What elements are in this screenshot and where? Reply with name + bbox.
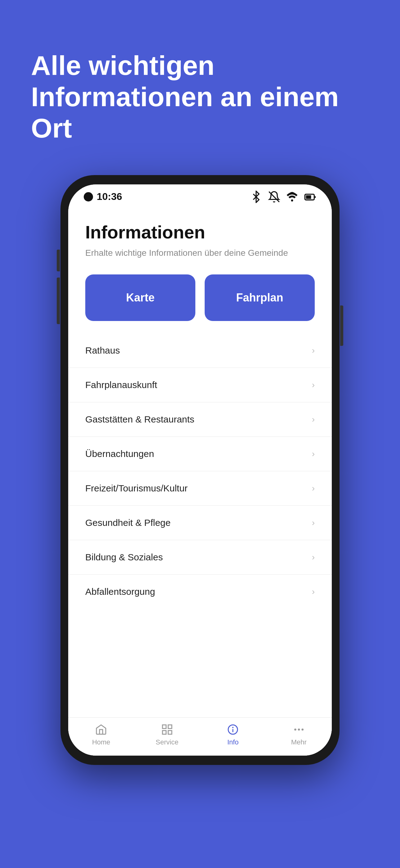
menu-item-bildung[interactable]: Bildung & Soziales › [68, 540, 332, 575]
menu-item-gesundheit[interactable]: Gesundheit & Pflege › [68, 506, 332, 540]
nav-item-info[interactable]: Info [200, 723, 266, 746]
nav-label-service: Service [156, 738, 178, 746]
chevron-icon: › [312, 414, 315, 424]
bottom-nav: Home Service [68, 717, 332, 755]
svg-rect-4 [163, 725, 166, 728]
menu-item-fahrplanauskunft[interactable]: Fahrplanauskunft › [68, 368, 332, 402]
more-icon [293, 723, 305, 736]
battery-icon [304, 191, 316, 203]
svg-rect-3 [306, 195, 311, 199]
home-icon [95, 723, 107, 736]
app-content: Informationen Erhalte wichtige Informati… [68, 206, 332, 755]
menu-list: Rathaus › Fahrplanauskunft › Gaststätten… [68, 330, 332, 717]
nav-label-info: Info [227, 738, 239, 746]
nav-item-service[interactable]: Service [134, 723, 200, 746]
chevron-icon: › [312, 449, 315, 459]
svg-point-1 [291, 199, 293, 202]
app-title: Informationen [85, 222, 315, 243]
grid-icon [161, 723, 173, 736]
status-time: 10:36 [97, 191, 122, 203]
phone-mockup: 10:36 [61, 175, 339, 765]
chevron-icon: › [312, 518, 315, 528]
menu-item-gaststätten[interactable]: Gaststätten & Restaurants › [68, 402, 332, 437]
chevron-icon: › [312, 483, 315, 493]
status-icons [250, 191, 316, 203]
svg-rect-6 [163, 731, 166, 734]
status-bar: 10:36 [68, 184, 332, 206]
menu-item-übernachtungen[interactable]: Übernachtungen › [68, 437, 332, 471]
bluetooth-icon [250, 191, 262, 203]
wifi-icon [286, 191, 298, 203]
menu-item-freizeit[interactable]: Freizeit/Tourismus/Kultur › [68, 471, 332, 506]
svg-point-12 [298, 728, 300, 731]
hero-section: Alle wichtigen Informationen an einem Or… [0, 0, 400, 163]
chevron-icon: › [312, 587, 315, 597]
phone-shell: 10:36 [61, 175, 339, 765]
app-subtitle: Erhalte wichtige Informationen über dein… [85, 247, 315, 259]
svg-point-11 [294, 728, 296, 731]
svg-rect-5 [168, 725, 172, 728]
hero-title: Alle wichtigen Informationen an einem Or… [31, 50, 369, 144]
bell-muted-icon [268, 191, 280, 203]
chevron-icon: › [312, 345, 315, 355]
svg-point-13 [301, 728, 304, 731]
nav-label-home: Home [92, 738, 110, 746]
svg-rect-7 [168, 731, 172, 734]
nav-item-mehr[interactable]: Mehr [266, 723, 332, 746]
nav-label-mehr: Mehr [291, 738, 307, 746]
chevron-icon: › [312, 380, 315, 390]
app-header: Informationen Erhalte wichtige Informati… [68, 206, 332, 265]
phone-screen: 10:36 [68, 184, 332, 755]
volume-down-button [57, 278, 60, 299]
camera-dot [84, 192, 93, 202]
info-icon [227, 723, 239, 736]
status-time-group: 10:36 [84, 191, 122, 203]
nav-item-home[interactable]: Home [68, 723, 134, 746]
menu-item-abfallentsorgung[interactable]: Abfallentsorgung › [68, 575, 332, 609]
quick-actions: Karte Fahrplan [68, 265, 332, 330]
chevron-icon: › [312, 552, 315, 562]
karte-button[interactable]: Karte [85, 274, 195, 321]
volume-up-button [57, 250, 60, 271]
fahrplan-button[interactable]: Fahrplan [205, 274, 315, 321]
menu-item-rathaus[interactable]: Rathaus › [68, 333, 332, 368]
